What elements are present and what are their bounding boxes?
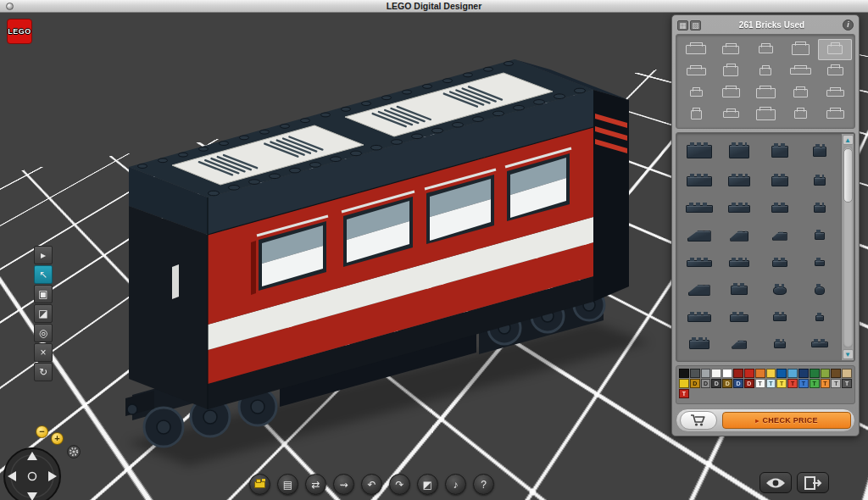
templates-view-icon[interactable]: ▨ (690, 20, 701, 31)
view-mode-button[interactable] (760, 472, 792, 493)
brick-item[interactable] (720, 276, 760, 306)
delete-tool[interactable]: × (34, 343, 53, 362)
brick-group-cell[interactable] (679, 61, 713, 81)
brick-item[interactable] (800, 168, 841, 197)
shopping-cart-button[interactable] (680, 411, 717, 430)
camera-settings-button[interactable] (67, 445, 81, 458)
color-swatch[interactable] (733, 369, 743, 378)
color-swatch[interactable]: T (842, 379, 852, 388)
color-swatch[interactable]: D (722, 379, 732, 388)
brick-group-cell[interactable] (714, 61, 748, 81)
build-mode-button[interactable] (249, 474, 270, 495)
brick-group-cell[interactable] (714, 83, 748, 103)
brick-item[interactable] (800, 136, 841, 168)
brick-item[interactable] (679, 136, 720, 168)
color-swatch[interactable] (776, 369, 787, 378)
paint-tool-button[interactable]: ◩ (417, 474, 438, 495)
brick-item[interactable] (679, 276, 720, 306)
scroll-up-button[interactable]: ▲ (843, 135, 854, 145)
palette-expand-arrow[interactable]: ▸ (34, 246, 53, 264)
brick-item[interactable] (760, 136, 800, 168)
color-swatch[interactable] (798, 369, 809, 378)
color-swatch[interactable]: T (810, 379, 820, 388)
brick-item[interactable] (679, 222, 720, 252)
color-swatch[interactable] (810, 369, 820, 378)
hinge-tool-button[interactable]: ⇄ (305, 474, 326, 495)
zoom-in-button[interactable]: + (51, 432, 64, 445)
scrollbar-thumb[interactable] (843, 148, 853, 203)
scroll-down-button[interactable]: ▼ (843, 349, 854, 359)
color-swatch[interactable]: D (733, 379, 743, 388)
color-swatch[interactable]: D (690, 379, 700, 388)
undo-button[interactable]: ↶ (361, 474, 382, 495)
brick-group-cell[interactable] (748, 61, 782, 81)
brick-group-cell[interactable] (818, 39, 852, 60)
brick-item[interactable] (800, 251, 841, 276)
select-tool[interactable]: ↖ (34, 265, 53, 284)
brick-group-cell[interactable] (783, 39, 817, 60)
brick-item[interactable] (679, 331, 720, 359)
color-swatch[interactable] (722, 369, 732, 378)
help-button[interactable]: ? (473, 474, 494, 495)
brick-group-cell[interactable] (783, 61, 817, 81)
brick-item[interactable] (720, 168, 760, 197)
scrollbar-track[interactable] (843, 147, 853, 347)
brick-group-cell[interactable] (748, 83, 782, 103)
brick-item[interactable] (760, 305, 800, 331)
brick-item[interactable] (720, 196, 760, 222)
brick-item[interactable] (679, 305, 720, 331)
brick-group-cell[interactable] (783, 104, 817, 125)
flex-tool-button[interactable]: ⇝ (333, 474, 354, 495)
color-swatch[interactable]: T (787, 379, 798, 388)
color-swatch[interactable]: T (766, 379, 776, 388)
brick-item[interactable] (800, 196, 841, 222)
info-icon[interactable]: i (843, 19, 854, 31)
color-swatch[interactable] (701, 369, 711, 378)
brick-item[interactable] (800, 331, 841, 359)
brick-group-cell[interactable] (748, 39, 782, 60)
brick-item[interactable] (720, 331, 760, 359)
brick-item[interactable] (720, 222, 760, 252)
redo-button[interactable]: ↷ (389, 474, 410, 495)
color-swatch[interactable]: T (831, 379, 841, 388)
brick-item[interactable] (760, 251, 800, 276)
brick-group-cell[interactable] (714, 104, 748, 125)
color-swatch[interactable] (787, 369, 798, 378)
zoom-out-button[interactable]: − (36, 425, 48, 438)
brick-item[interactable] (800, 222, 841, 252)
color-swatch[interactable] (831, 369, 841, 378)
color-swatch[interactable] (744, 369, 754, 378)
brick-item[interactable] (720, 251, 760, 276)
color-swatch[interactable]: T (821, 379, 831, 388)
color-swatch[interactable]: D (711, 379, 721, 388)
brick-group-cell[interactable] (818, 61, 852, 81)
color-swatch[interactable] (766, 369, 776, 378)
color-swatch[interactable] (755, 369, 765, 378)
brick-group-cell[interactable] (748, 104, 782, 125)
brick-group-cell[interactable] (679, 104, 713, 125)
color-swatch[interactable] (711, 369, 721, 378)
brick-item[interactable] (720, 136, 760, 168)
color-swatch[interactable]: T (679, 389, 689, 398)
hide-tool[interactable]: ◎ (34, 324, 53, 342)
color-swatch[interactable]: T (755, 379, 765, 388)
color-swatch[interactable]: D (744, 379, 754, 388)
check-price-button[interactable]: ▸ CHECK PRICE (722, 412, 851, 429)
color-swatch[interactable] (679, 379, 689, 388)
brick-group-cell[interactable] (714, 39, 748, 60)
brick-group-cell[interactable] (818, 104, 852, 125)
brick-group-cell[interactable] (818, 83, 852, 103)
color-swatch[interactable]: T (776, 379, 787, 388)
brick-item[interactable] (760, 331, 800, 359)
paint-tool[interactable]: ◪ (34, 304, 53, 323)
brick-item[interactable] (760, 196, 800, 222)
brick-item[interactable] (760, 222, 800, 252)
exit-button[interactable] (797, 472, 829, 493)
hinge-tool[interactable]: ↻ (34, 363, 53, 381)
color-swatch[interactable]: D (701, 379, 711, 388)
sound-button[interactable]: ♪ (445, 474, 466, 495)
brick-item[interactable] (760, 168, 800, 197)
brick-item[interactable] (800, 276, 841, 306)
brick-item[interactable] (679, 251, 720, 276)
brick-groups-view-icon[interactable]: ▦ (677, 20, 688, 31)
